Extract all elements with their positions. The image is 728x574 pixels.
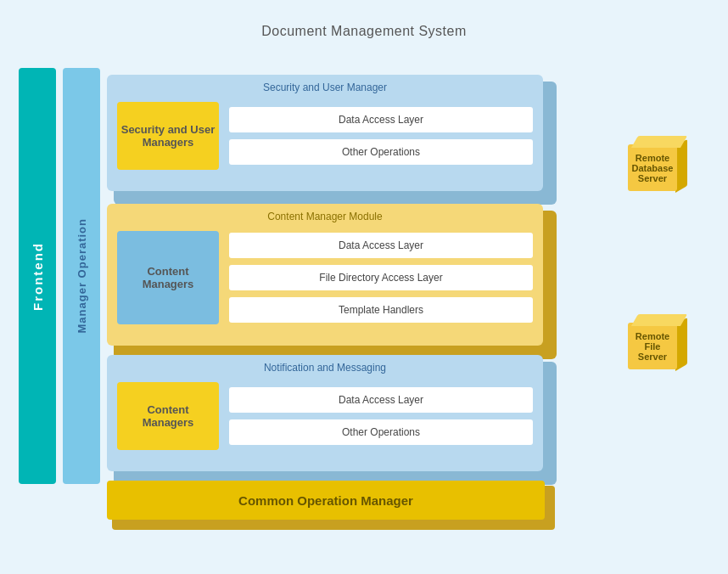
content-right-stack: Data Access Layer File Directory Access … bbox=[229, 233, 533, 323]
remote-file-label: Remote File Server bbox=[631, 331, 674, 362]
security-module-inner: Security and UserManagers Data Access La… bbox=[117, 102, 533, 170]
notif-yellow-box: ContentManagers bbox=[117, 382, 219, 450]
security-item-2: Other Operations bbox=[229, 139, 533, 165]
remote-db-container: Remote Database Server bbox=[628, 136, 696, 191]
content-item-1: Data Access Layer bbox=[229, 233, 533, 258]
security-module-title: Security and User Manager bbox=[117, 82, 533, 93]
content-item-2: File Directory Access Layer bbox=[229, 265, 533, 290]
security-yellow-box: Security and UserManagers bbox=[117, 102, 219, 170]
main-container: Document Management System Frontend Mana… bbox=[0, 0, 728, 574]
remote-file-cube-front: Remote File Server bbox=[628, 323, 677, 369]
content-module: Content Manager Module ContentManagers D… bbox=[107, 204, 543, 346]
security-right-stack: Data Access Layer Other Operations bbox=[229, 107, 533, 165]
notif-module-title: Notification and Messaging bbox=[117, 362, 533, 374]
manager-operation-bar: Manager Operation bbox=[63, 68, 100, 484]
content-module-title: Content Manager Module bbox=[117, 211, 533, 222]
remote-file-cube: Remote File Server bbox=[628, 314, 687, 369]
common-module-label: Common Operation Manager bbox=[238, 493, 413, 508]
security-module: Security and User Manager Security and U… bbox=[107, 75, 543, 191]
common-module: Common Operation Manager bbox=[107, 481, 545, 520]
notif-module-inner: ContentManagers Data Access Layer Other … bbox=[117, 382, 533, 450]
frontend-bar: Frontend bbox=[19, 68, 56, 484]
notif-item-2: Other Operations bbox=[229, 419, 533, 445]
frontend-label: Frontend bbox=[31, 242, 45, 311]
content-yellow-box: ContentManagers bbox=[117, 231, 219, 324]
remote-file-cube-top bbox=[631, 314, 687, 326]
notif-yellow-label: ContentManagers bbox=[143, 403, 194, 429]
remote-db-cube-top bbox=[631, 136, 687, 148]
notif-item-1: Data Access Layer bbox=[229, 387, 533, 413]
remote-db-label: Remote Database Server bbox=[631, 153, 674, 183]
remote-file-container: Remote File Server bbox=[628, 314, 696, 369]
manager-operation-label: Manager Operation bbox=[76, 218, 88, 333]
content-yellow-label: ContentManagers bbox=[143, 265, 194, 290]
security-item-1: Data Access Layer bbox=[229, 107, 533, 132]
main-title: Document Management System bbox=[0, 24, 728, 39]
notif-module: Notification and Messaging ContentManage… bbox=[107, 355, 543, 471]
remote-db-cube: Remote Database Server bbox=[628, 136, 687, 191]
notif-right-stack: Data Access Layer Other Operations bbox=[229, 387, 533, 445]
content-module-inner: ContentManagers Data Access Layer File D… bbox=[117, 231, 533, 324]
remote-db-cube-front: Remote Database Server bbox=[628, 144, 677, 191]
content-item-3: Template Handlers bbox=[229, 297, 533, 323]
security-yellow-label: Security and UserManagers bbox=[121, 123, 216, 149]
